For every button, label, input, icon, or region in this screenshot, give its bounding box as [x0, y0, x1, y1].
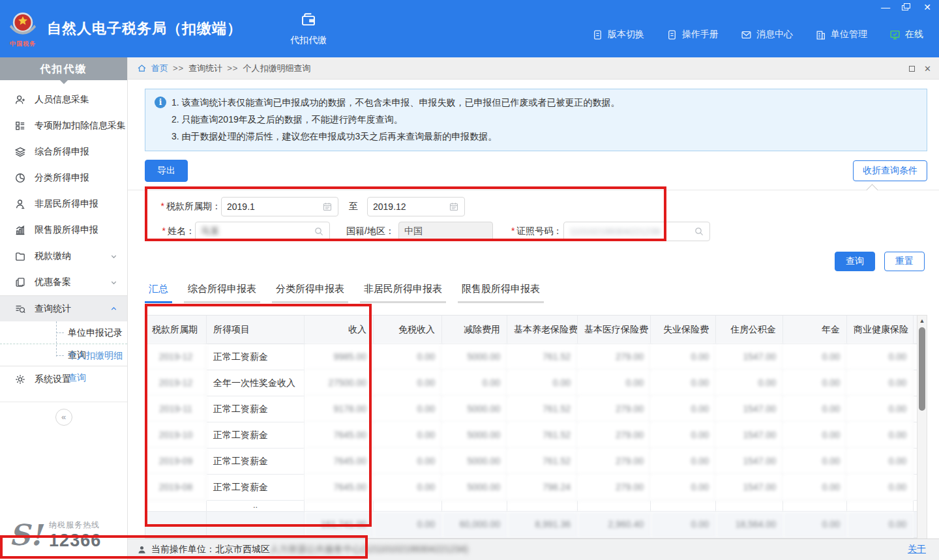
close-button[interactable]: ✕	[922, 3, 932, 12]
about-link[interactable]: 关于	[908, 544, 926, 555]
tab-comprehensive-report[interactable]: 综合所得申报表	[184, 283, 260, 303]
tab-summary[interactable]: 汇总	[145, 283, 172, 303]
tab-restricted-shares-report[interactable]: 限售股所得申报表	[458, 283, 544, 303]
sidebar-item-preferential-filing[interactable]: 优惠备案	[0, 269, 127, 295]
tab-nonresident-report[interactable]: 非居民所得申报表	[360, 283, 446, 303]
table-cell: 0.00	[847, 396, 914, 422]
sidebar-item-system-settings[interactable]: 系统设置	[0, 366, 127, 392]
table-cell: 0.00	[374, 475, 442, 501]
table-cell-partial	[145, 501, 207, 512]
header-menu-label: 操作手册	[682, 29, 719, 40]
sidebar-item-tax-payment[interactable]: 税款缴纳	[0, 243, 127, 269]
table-cell-partial	[578, 501, 651, 512]
query-button[interactable]: 查询	[835, 252, 875, 271]
sidebar-collapse-button[interactable]: «	[55, 409, 72, 426]
table-cell: 761.52	[507, 422, 578, 449]
panel-close-button[interactable]: ✕	[924, 64, 931, 74]
toolbar: 导出 收折查询条件	[145, 160, 927, 182]
period-from-input[interactable]: 2019.1	[221, 197, 338, 216]
sidebar-item-special-additional-deduction[interactable]: 专项附加扣除信息采集	[0, 113, 127, 139]
collapse-filters-button[interactable]: 收折查询条件	[853, 160, 927, 181]
sidebar-item-classified-income-declaration[interactable]: 分类所得申报	[0, 165, 127, 191]
header-tab-withholding[interactable]: 代扣代缴	[281, 11, 336, 46]
summary-cell: 0.00	[651, 512, 716, 538]
table-cell: 0.00	[651, 344, 716, 370]
sidebar-item-label: 查询统计	[35, 303, 71, 315]
name-input[interactable]: 马某	[195, 222, 330, 241]
header-menu-unit-management[interactable]: 单位管理	[815, 29, 867, 40]
breadcrumb-item-query-statistics[interactable]: 查询统计	[188, 63, 222, 74]
sidebar-item-comprehensive-income-declaration[interactable]: 综合所得申报	[0, 139, 127, 165]
table-cell-partial	[847, 501, 914, 512]
sidebar-item-restricted-shares-declaration[interactable]: 限售股所得申报	[0, 217, 127, 243]
period-to-input[interactable]: 2019.12	[367, 197, 465, 216]
status-bar: 当前操作单位：北京市西城区人力资源公共服务中心(1211010219930422…	[128, 538, 939, 560]
restore-button[interactable]	[901, 3, 912, 12]
sidebar-title: 代扣代缴	[0, 57, 127, 80]
column-header: 住房公积金	[716, 316, 783, 344]
table-cell: 2019-12	[145, 370, 207, 396]
table-cell: 5000.00	[442, 396, 507, 422]
pie-chart-icon	[14, 172, 26, 184]
sidebar-subitem-personal-withholding-details-query[interactable]: 个人扣缴明细查询	[0, 344, 127, 366]
table-cell: 2019-09	[145, 449, 207, 475]
table-cell: 5000.00	[442, 422, 507, 449]
sidebar-item-nonresident-income-declaration[interactable]: 非居民所得申报	[0, 191, 127, 217]
current-unit-redacted: 人力资源公共服务中心(12110102199304221234)	[270, 544, 468, 555]
filters-divider	[128, 190, 939, 190]
minimize-button[interactable]: —	[880, 3, 891, 12]
person-icon	[137, 545, 147, 555]
scroll-up-arrow[interactable]: ▲	[917, 316, 927, 325]
header-menu-online-status[interactable]: 在线	[889, 29, 923, 40]
column-header: 年金	[783, 316, 847, 344]
window-controls: — ✕	[880, 3, 932, 12]
table-cell: 0.00	[374, 370, 442, 396]
table-cell: 1547.00	[716, 344, 783, 370]
header-menu-manual[interactable]: 操作手册	[666, 29, 719, 40]
calendar-icon	[449, 201, 459, 212]
sidebar-item-query-statistics[interactable]: 查询统计	[0, 295, 127, 321]
table-cell: 正常工资薪金	[207, 344, 305, 370]
export-button[interactable]: 导出	[145, 160, 188, 182]
hotline-logo: S!	[9, 521, 42, 550]
sidebar-item-label: 分类所得申报	[35, 172, 89, 184]
table-cell: 279.00	[578, 475, 651, 501]
table-cell: 0.00	[507, 370, 578, 396]
column-header: 减除费用	[442, 316, 507, 344]
column-header: 基本医疗保险费	[578, 316, 651, 344]
table-cell-partial: ..	[207, 501, 305, 512]
summary-cell: 2,960.40	[578, 512, 651, 538]
column-header: 所得项目	[207, 316, 305, 344]
sidebar-submenu: 单位申报记录查询个人扣缴明细查询	[0, 321, 127, 366]
table-cell: 正常工资薪金	[207, 475, 305, 501]
reset-button[interactable]: 重置	[884, 252, 925, 271]
folder-icon	[14, 250, 26, 262]
breadcrumb-home[interactable]: 首页	[151, 63, 168, 74]
notice-panel: i1. 该查询统计表仅能查询已申报成功的数据，不包含未申报、申报失败，已申报但已…	[145, 89, 927, 151]
calendar-icon	[322, 201, 333, 212]
summary-cell: 8,991.36	[507, 512, 578, 538]
sidebar-item-personnel-info-collection[interactable]: 人员信息采集	[0, 87, 127, 113]
search-list-icon	[14, 303, 26, 315]
sidebar-subitem-unit-declaration-records-query[interactable]: 单位申报记录查询	[0, 321, 127, 344]
header-menu-label: 版本切换	[608, 29, 644, 40]
header-menu-message-center[interactable]: 消息中心	[741, 29, 793, 40]
hotline-label: 纳税服务热线	[49, 520, 101, 531]
header-menu: 版本切换操作手册消息中心单位管理在线	[592, 29, 939, 40]
table-cell: 761.52	[507, 396, 578, 422]
monitor-check-icon	[889, 29, 901, 40]
breadcrumb: 首页 >> 查询统计 >> 个人扣缴明细查询 ✕	[128, 57, 939, 80]
notice-line: 3. 由于数据处理的滞后性，建议您在申报成功3天之后再来查询最新的申报数据。	[155, 128, 917, 145]
doc-icon	[666, 29, 678, 40]
summary-cell: --	[207, 512, 305, 538]
panel-maximize-button[interactable]	[909, 66, 915, 72]
table-cell: 7645.00	[305, 449, 374, 475]
header-menu-version-switch[interactable]: 版本切换	[592, 29, 644, 40]
table-cell: 1547.00	[716, 422, 783, 449]
table-cell: 0.00	[442, 370, 507, 396]
table-cell: 0.00	[847, 475, 914, 501]
tab-classified-report[interactable]: 分类所得申报表	[272, 283, 348, 303]
vertical-scroll-thumb[interactable]	[919, 327, 925, 411]
header-menu-label: 消息中心	[756, 29, 793, 40]
id-number-input[interactable]: 110102199304221239	[563, 222, 710, 241]
